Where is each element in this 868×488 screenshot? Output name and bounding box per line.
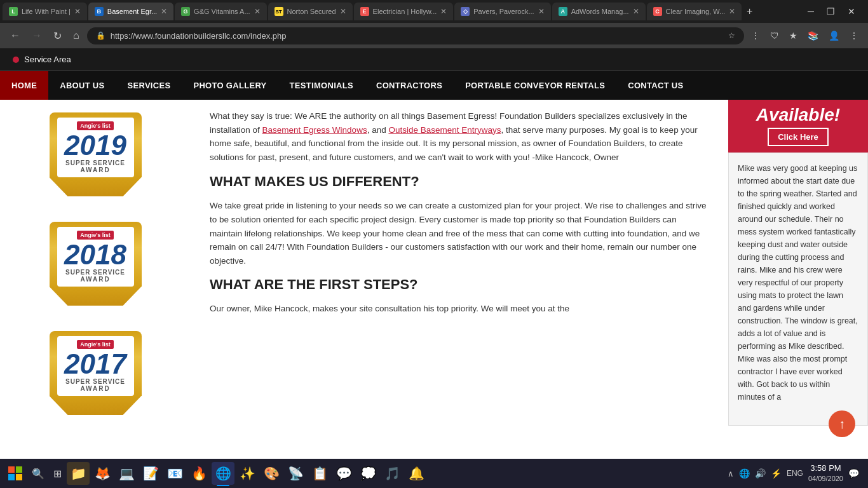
taskbar-whatsapp[interactable]: 💬 — [332, 462, 355, 485]
taskbar-file-explorer[interactable]: 📁 — [67, 462, 90, 485]
up-arrow-tray[interactable]: ∧ — [728, 469, 734, 478]
angies-list-logo-2017: Angie's list — [77, 340, 114, 349]
windows-logo-icon — [8, 466, 23, 481]
main-content-area: Angie's list 2019 SUPER SERVICE AWARD An… — [0, 100, 868, 459]
svg-rect-1 — [16, 466, 22, 473]
network-icon[interactable]: 🌐 — [739, 468, 750, 478]
tab-close-8[interactable]: ✕ — [729, 7, 735, 16]
badge-super-2019: SUPER SERVICE — [64, 159, 128, 166]
taskbar-trello[interactable]: 📋 — [308, 462, 331, 485]
nav-testimonials[interactable]: TESTIMONIALS — [278, 71, 365, 100]
battery-icon[interactable]: ⚡ — [771, 468, 782, 478]
svg-rect-2 — [8, 474, 15, 480]
url-text: https://www.foundationbuildersllc.com/in… — [111, 31, 723, 41]
minimize-button[interactable]: ─ — [803, 5, 819, 18]
scroll-up-button[interactable]: ↑ — [829, 410, 855, 437]
clock-display[interactable]: 3:58 PM 04/09/2020 — [808, 463, 843, 483]
taskbar-firefox-2[interactable]: 🔥 — [187, 462, 210, 485]
tab-adwords[interactable]: A AdWords Manag... ✕ — [552, 3, 646, 20]
tab-clear-imaging[interactable]: C Clear Imaging, W... ✕ — [647, 3, 742, 20]
tab-close-4[interactable]: ✕ — [340, 7, 346, 16]
settings-button[interactable]: ⋮ — [846, 28, 862, 43]
forward-button[interactable]: → — [28, 27, 46, 44]
badge-year-2017: 2017 — [64, 350, 128, 378]
svg-rect-3 — [16, 474, 22, 480]
taskbar: 🔍 ⊞ 📁 🦊 💻 📝 📧 🔥 🌐 ✨ 🎨 📡 📋 💬 💭 🎵 — [0, 459, 868, 488]
whatsapp-icon: 💬 — [336, 466, 352, 481]
tab-life-with-paint[interactable]: L Life With Paint | ✕ — [3, 3, 87, 20]
search-taskbar-button[interactable]: 🔍 — [28, 465, 48, 482]
nav-services[interactable]: SERVICES — [116, 71, 182, 100]
nav-about-us[interactable]: ABOUT US — [48, 71, 116, 100]
taskbar-word[interactable]: 📝 — [139, 462, 162, 485]
firefox-icon: 🦊 — [95, 466, 111, 481]
nav-portable-conveyor[interactable]: PORTABLE CONVEYOR RENTALS — [454, 71, 616, 100]
tab-gg-vitamins[interactable]: G G&G Vitamins A... ✕ — [175, 3, 266, 20]
tab-pavers[interactable]: ◇ Pavers, Paverock... ✕ — [454, 3, 550, 20]
taskbar-app-extra[interactable]: 🔔 — [405, 462, 428, 485]
available-banner[interactable]: Available! Click Here — [728, 100, 868, 152]
shield-icon[interactable]: 🛡 — [767, 28, 782, 43]
tab-electrician[interactable]: E Electrician | Hollyw... ✕ — [354, 3, 454, 20]
bookmark-icon[interactable]: ☆ — [728, 31, 735, 40]
favorites-button[interactable]: ★ — [786, 28, 801, 43]
notifications-icon[interactable]: 💬 — [848, 468, 859, 478]
browser-tab-bar: L Life With Paint | ✕ B Basement Egr... … — [0, 0, 868, 23]
language-indicator[interactable]: ENG — [787, 469, 803, 478]
section2-body: Our owner, Mike Hancock, makes your site… — [210, 302, 709, 316]
badge-super-2017: SUPER SERVICE — [64, 378, 128, 385]
volume-icon[interactable]: 🔊 — [755, 468, 766, 478]
taskbar-filezilla[interactable]: 📡 — [284, 462, 307, 485]
intro-paragraph: What they say is true: We ARE the author… — [210, 109, 709, 164]
nav-contractors[interactable]: CONTRACTORS — [365, 71, 454, 100]
firefox2-icon: 🔥 — [191, 466, 207, 481]
start-button[interactable] — [4, 463, 27, 484]
badge-year-2019: 2019 — [64, 132, 128, 159]
taskbar-windows-explorer[interactable]: 💻 — [115, 462, 138, 485]
taskbar-wechat[interactable]: 💭 — [356, 462, 379, 485]
tab-close-5[interactable]: ✕ — [440, 7, 447, 16]
new-tab-button[interactable]: + — [743, 6, 756, 17]
section2-heading: WHAT ARE THE FIRST STEPS? — [210, 276, 709, 293]
taskbar-photoshop[interactable]: 🎨 — [260, 462, 283, 485]
collections-button[interactable]: 📚 — [804, 28, 822, 43]
tab-close-6[interactable]: ✕ — [538, 7, 545, 16]
angies-list-logo-2018: Angie's list — [77, 231, 114, 240]
service-area-bar: Service Area — [0, 48, 868, 71]
close-button[interactable]: ✕ — [843, 5, 860, 18]
extensions-button[interactable]: ⋮ — [748, 28, 763, 43]
account-button[interactable]: 👤 — [825, 28, 843, 43]
date-display: 04/09/2020 — [808, 474, 843, 483]
taskbar-firefox[interactable]: 🦊 — [91, 462, 114, 485]
tab-close-1[interactable]: ✕ — [74, 7, 81, 16]
basement-egress-link[interactable]: Basement Egress Windows — [262, 125, 367, 135]
tab-basement-egress[interactable]: B Basement Egr... ✕ — [88, 3, 173, 20]
nav-home[interactable]: HOME — [0, 71, 48, 100]
svg-rect-0 — [8, 466, 15, 473]
taskbar-dreamweaver[interactable]: 🌐 — [212, 462, 234, 485]
nav-photo-gallery[interactable]: PHOTO GALLERY — [182, 71, 278, 100]
wechat-icon: 💭 — [360, 466, 376, 481]
section1-heading: WHAT MAKES US DIFFERENT? — [210, 173, 709, 190]
task-view-button[interactable]: ⊞ — [50, 465, 65, 482]
search-icon: 🔍 — [32, 468, 44, 480]
nav-contact-us[interactable]: CONTACT US — [616, 71, 695, 100]
tab-close-2[interactable]: ✕ — [161, 7, 167, 16]
tab-norton-secured[interactable]: ST Norton Secured ✕ — [268, 3, 353, 20]
reload-button[interactable]: ↻ — [50, 27, 65, 44]
click-here-button[interactable]: Click Here — [768, 128, 829, 146]
taskbar-spotify[interactable]: 🎵 — [381, 462, 403, 485]
taskbar-fireworks[interactable]: ✨ — [236, 462, 259, 485]
dreamweaver-icon: 🌐 — [215, 466, 231, 481]
taskbar-outlook[interactable]: 📧 — [163, 462, 186, 485]
trello-icon: 📋 — [312, 466, 328, 481]
home-button[interactable]: ⌂ — [69, 27, 83, 44]
address-bar[interactable]: 🔒 https://www.foundationbuildersllc.com/… — [87, 27, 744, 44]
back-button[interactable]: ← — [6, 27, 24, 44]
restore-button[interactable]: ❐ — [822, 5, 840, 18]
badge-award-2019: AWARD — [64, 166, 128, 173]
tab-close-3[interactable]: ✕ — [254, 7, 261, 16]
tab-close-7[interactable]: ✕ — [633, 7, 639, 16]
outside-entryways-link[interactable]: Outside Basement Entryways — [388, 125, 501, 135]
badge-2018: Angie's list 2018 SUPER SERVICE AWARD — [43, 215, 148, 312]
